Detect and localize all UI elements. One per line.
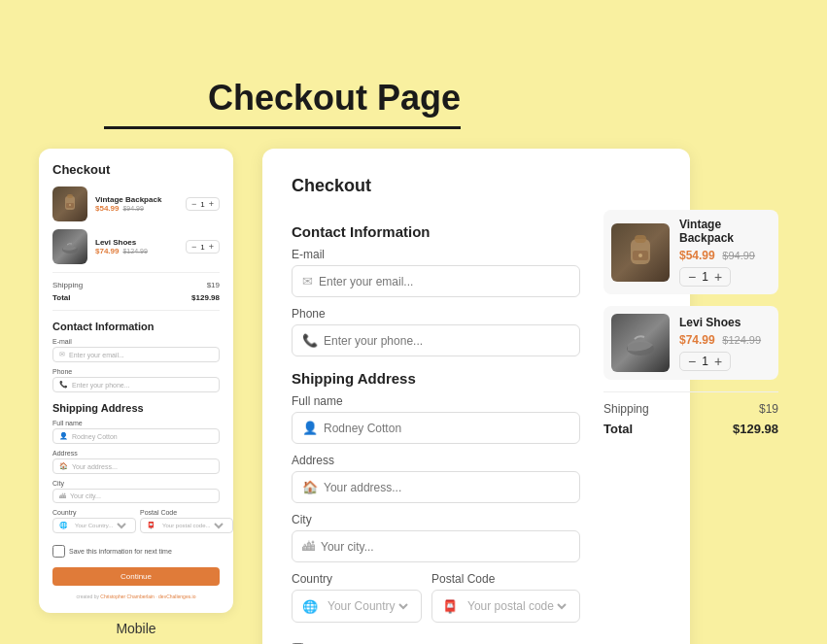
- mobile-address-placeholder: Your address...: [72, 463, 118, 470]
- mobile-product-1-qty-plus[interactable]: +: [208, 199, 215, 209]
- desktop-postal-select[interactable]: Your postal code: [464, 598, 569, 614]
- desktop-phone-input[interactable]: [324, 334, 569, 348]
- mobile-shipping-label: Shipping: [52, 281, 83, 289]
- mobile-email-label: E-mail: [52, 338, 220, 345]
- mobile-address-input[interactable]: 🏠 Your address...: [52, 458, 220, 474]
- svg-rect-1: [67, 194, 73, 198]
- mobile-globe-icon: 🌐: [59, 522, 68, 529]
- mobile-city-icon: 🏙: [59, 492, 66, 499]
- mobile-save-label: Save this information for next time: [69, 548, 172, 555]
- mobile-product-2-price: $74.99: [95, 247, 119, 255]
- mobile-product-1-price: $54.99: [95, 204, 119, 213]
- mobile-phone-input[interactable]: 📞 Enter your phone...: [52, 377, 220, 392]
- mobile-product-1: Vintage Backpack $54.99 $94.99 − 1 +: [52, 186, 220, 221]
- desktop-globe-icon: 🌐: [302, 599, 318, 614]
- desktop-shipping-row: Shipping $19: [603, 402, 778, 416]
- mobile-postal-select[interactable]: Your postal code...: [158, 522, 226, 529]
- mobile-product-1-qty[interactable]: − 1 +: [186, 197, 220, 211]
- desktop-shoes-image: [611, 314, 670, 372]
- desktop-fullname-input-wrapper[interactable]: 👤: [292, 412, 580, 444]
- desktop-product-1: Vintage Backpack $54.99 $94.99 − 1 +: [603, 210, 778, 294]
- desktop-postal-select-wrapper[interactable]: 📮 Your postal code: [431, 590, 580, 623]
- desktop-address-input[interactable]: [324, 481, 569, 494]
- mobile-postal-input[interactable]: 📮 Your postal code...: [140, 518, 233, 533]
- mobile-postal-label: Postal Code: [140, 509, 233, 516]
- mobile-shipping-title: Shipping Address: [52, 402, 220, 414]
- mobile-product-1-qty-minus[interactable]: −: [190, 199, 197, 209]
- svg-point-8: [638, 254, 642, 257]
- mobile-product-2-name: Levi Shoes: [95, 238, 178, 247]
- desktop-card: Checkout Contact Information E-mail ✉ Ph…: [262, 149, 690, 644]
- desktop-contact-title: Contact Information: [292, 223, 580, 240]
- desktop-content: Contact Information E-mail ✉ Phone 📞 Shi…: [292, 210, 661, 644]
- mobile-product-2-qty-value: 1: [200, 243, 204, 252]
- desktop-country-select[interactable]: Your Country: [324, 598, 411, 614]
- page-title: Checkout Page: [104, 39, 461, 129]
- mobile-product-2-original-price: $124.99: [122, 248, 147, 254]
- mobile-person-icon: 👤: [59, 432, 68, 440]
- mobile-country-select[interactable]: Your Country...: [71, 522, 129, 529]
- mobile-product-1-qty-value: 1: [200, 200, 204, 209]
- mobile-footer-name[interactable]: Christopher Chamberlain: [100, 593, 155, 599]
- mobile-panel-label: Mobile: [116, 621, 155, 636]
- mobile-country-select-wrapper[interactable]: 🌐 Your Country...: [52, 518, 136, 533]
- mobile-phone-label: Phone: [52, 368, 220, 375]
- desktop-product-1-qty-minus[interactable]: −: [688, 270, 696, 284]
- mobile-product-2-qty-minus[interactable]: −: [190, 242, 197, 252]
- desktop-product-1-qty-value: 1: [702, 270, 708, 284]
- desktop-product-2-name: Levi Shoes: [679, 316, 761, 329]
- mobile-product-2-qty[interactable]: − 1 +: [186, 240, 220, 254]
- desktop-product-1-qty[interactable]: − 1 +: [679, 267, 731, 287]
- desktop-product-2-qty[interactable]: − 1 +: [679, 352, 731, 371]
- mobile-email-input[interactable]: ✉ Enter your email...: [52, 347, 220, 362]
- desktop-product-2-qty-minus[interactable]: −: [688, 355, 696, 368]
- desktop-product-1-qty-plus[interactable]: +: [714, 270, 722, 284]
- desktop-product-2-info: Levi Shoes $74.99 $124.99 − 1 +: [679, 316, 761, 371]
- mobile-product-2-qty-plus[interactable]: +: [208, 242, 215, 252]
- desktop-address-input-wrapper[interactable]: 🏠: [292, 471, 580, 503]
- desktop-product-1-name: Vintage Backpack: [679, 218, 771, 245]
- mobile-home-icon: 🏠: [59, 462, 68, 470]
- mobile-country-postal-row: Country 🌐 Your Country... Postal Code 📮 …: [52, 509, 220, 539]
- desktop-country-label: Country: [292, 572, 422, 586]
- desktop-fullname-input[interactable]: [324, 422, 569, 435]
- desktop-phone-label: Phone: [292, 307, 580, 321]
- mobile-total-value: $129.98: [191, 293, 220, 302]
- desktop-form-section: Contact Information E-mail ✉ Phone 📞 Shi…: [292, 210, 580, 644]
- mobile-phone-placeholder: Enter your phone...: [72, 382, 130, 389]
- desktop-phone-input-wrapper[interactable]: 📞: [292, 324, 580, 356]
- desktop-total-value: $129.98: [733, 422, 778, 436]
- mobile-card: Checkout Vintage Backpack: [39, 149, 233, 613]
- mobile-city-input[interactable]: 🏙 Your city...: [52, 489, 220, 503]
- desktop-shipping-label: Shipping: [603, 402, 649, 416]
- desktop-city-icon: 🏙: [302, 539, 315, 554]
- mobile-fullname-input[interactable]: 👤 Rodney Cotton: [52, 428, 220, 444]
- desktop-product-1-original-price: $94.99: [722, 250, 755, 261]
- desktop-panel: Checkout Contact Information E-mail ✉ Ph…: [262, 149, 690, 644]
- mobile-save-checkbox[interactable]: [52, 545, 65, 558]
- desktop-email-label: E-mail: [292, 248, 580, 261]
- desktop-email-input-wrapper[interactable]: ✉: [292, 265, 580, 297]
- desktop-postal-icon: 📮: [442, 599, 458, 614]
- mobile-shipping-value: $19: [207, 281, 220, 289]
- desktop-product-2-qty-plus[interactable]: +: [714, 355, 722, 368]
- desktop-checkout-title: Checkout: [292, 176, 661, 196]
- mobile-footer-site[interactable]: devChallenges.io: [158, 593, 195, 599]
- mobile-panel: Checkout Vintage Backpack: [39, 149, 233, 636]
- desktop-postal-label: Postal Code: [431, 572, 580, 586]
- mobile-product-1-info: Vintage Backpack $54.99 $94.99: [95, 195, 178, 213]
- mobile-product-1-original-price: $94.99: [122, 205, 143, 212]
- desktop-order-section: Vintage Backpack $54.99 $94.99 − 1 +: [603, 210, 778, 644]
- desktop-city-input-wrapper[interactable]: 🏙: [292, 530, 580, 562]
- desktop-product-1-info: Vintage Backpack $54.99 $94.99 − 1 +: [679, 218, 771, 287]
- mobile-fullname-placeholder: Rodney Cotton: [72, 433, 118, 440]
- desktop-city-input[interactable]: [321, 540, 569, 554]
- mobile-continue-button[interactable]: Continue: [52, 567, 220, 586]
- desktop-country-select-wrapper[interactable]: 🌐 Your Country: [292, 590, 422, 623]
- desktop-person-icon: 👤: [302, 421, 318, 435]
- desktop-product-2-qty-value: 1: [702, 355, 708, 368]
- mobile-product-1-name: Vintage Backpack: [95, 195, 178, 204]
- desktop-email-input[interactable]: [319, 275, 569, 288]
- mobile-total-label: Total: [52, 293, 71, 302]
- desktop-product-2-price: $74.99: [679, 333, 715, 347]
